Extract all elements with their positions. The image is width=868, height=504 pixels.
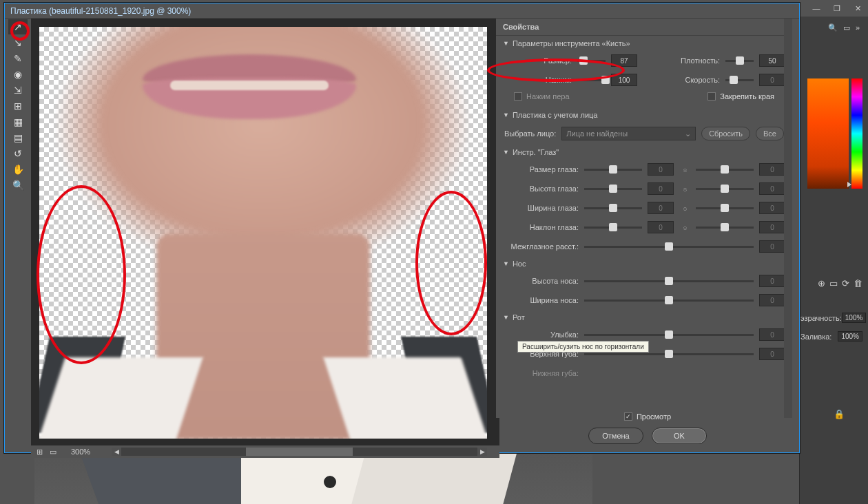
push-left-tool[interactable]: ▦ bbox=[8, 114, 28, 129]
host-right-panel: 🔍 ▭ » ⊕ ▭ ⟳ 🗑 эзрачность: 100% Заливка: … bbox=[799, 17, 868, 504]
eye-height-slider-left[interactable] bbox=[584, 188, 642, 190]
eye-width-value-right[interactable]: 0 bbox=[759, 202, 785, 214]
ok-button[interactable]: OK bbox=[652, 428, 707, 444]
brush-density-label: Плотность: bbox=[651, 56, 720, 65]
eye-size-slider-left[interactable] bbox=[584, 169, 642, 171]
link-icon[interactable]: 𐑈 bbox=[679, 184, 690, 193]
eye-tilt-slider-left[interactable] bbox=[584, 227, 642, 229]
color-picker-gradient[interactable] bbox=[807, 78, 849, 189]
pin-edges-label: Закрепить края bbox=[720, 92, 774, 101]
trash-icon[interactable]: 🗑 bbox=[854, 278, 862, 288]
select-face-value: Лица не найдены bbox=[566, 129, 628, 138]
mouth-section-header[interactable]: ▼ Рот bbox=[496, 310, 792, 325]
brush-density-value[interactable]: 50 bbox=[759, 54, 785, 67]
smile-slider[interactable] bbox=[584, 334, 754, 336]
brush-options-header[interactable]: ▼ Параметры инструмента «Кисть» bbox=[496, 36, 792, 51]
cancel-button[interactable]: Отмена bbox=[588, 428, 643, 444]
triangle-down-icon: ▼ bbox=[503, 149, 509, 156]
reconstruct-tool[interactable]: ↘ bbox=[8, 35, 28, 50]
smooth-tool[interactable]: ✎ bbox=[8, 51, 28, 66]
workspace-icon[interactable]: ▭ bbox=[843, 23, 850, 32]
forward-warp-tool[interactable]: ↗ bbox=[8, 19, 28, 34]
nose-width-slider[interactable] bbox=[584, 300, 754, 302]
eye-size-label: Размер глаза: bbox=[510, 165, 579, 174]
link-icon[interactable]: 𐑈 bbox=[679, 222, 690, 232]
brush-pressure-slider[interactable] bbox=[577, 79, 606, 81]
fit-icon[interactable]: ▭ bbox=[50, 448, 56, 456]
app-maximize-button[interactable]: ❐ bbox=[827, 0, 847, 17]
brush-rate-value: 0 bbox=[759, 74, 785, 86]
pin-edges-checkbox[interactable]: Закрепить края bbox=[699, 90, 783, 103]
liquify-canvas[interactable] bbox=[39, 27, 487, 439]
panel-menu-icon[interactable]: » bbox=[856, 23, 860, 32]
layer-mask-icon[interactable]: ▭ bbox=[829, 278, 838, 288]
thaw-mask-tool[interactable]: ↺ bbox=[8, 146, 28, 161]
liquify-dialog: Пластика (beautiful-2150881_1920.jpg @ 3… bbox=[4, 3, 800, 453]
link-layers-icon[interactable]: ⊕ bbox=[818, 278, 825, 288]
brush-rate-slider[interactable] bbox=[725, 79, 754, 81]
face-aware-header[interactable]: ▼ Пластика с учетом лица bbox=[496, 107, 792, 123]
adjustment-icon[interactable]: ⟳ bbox=[842, 278, 849, 288]
upper-lip-slider[interactable] bbox=[584, 353, 754, 355]
eye-size-slider-right[interactable] bbox=[696, 169, 754, 171]
eye-distance-slider[interactable] bbox=[584, 246, 754, 248]
fill-value[interactable]: 100% bbox=[838, 331, 862, 342]
eyes-section-label: Инстр. "Глаз" bbox=[513, 148, 559, 156]
grid-toggle-icon[interactable]: ⊞ bbox=[37, 448, 43, 456]
select-face-dropdown: Лица не найдены ⌄ bbox=[561, 127, 696, 140]
app-minimize-button[interactable]: — bbox=[806, 0, 827, 17]
brush-rate-label: Скорость: bbox=[651, 76, 720, 84]
eye-height-label: Высота глаза: bbox=[510, 185, 579, 193]
zoom-level[interactable]: 300% bbox=[63, 448, 98, 456]
eye-width-slider-right[interactable] bbox=[696, 207, 754, 209]
nose-section-header[interactable]: ▼ Нос bbox=[496, 256, 792, 271]
brush-pressure-value[interactable]: 100 bbox=[611, 74, 637, 86]
canvas-horizontal-scrollbar[interactable] bbox=[121, 448, 477, 456]
preview-label: Просмотр bbox=[637, 412, 671, 421]
mouth-section-label: Рот bbox=[513, 313, 525, 322]
reset-face-button[interactable]: Сбросить bbox=[701, 127, 750, 140]
eyes-section-header[interactable]: ▼ Инстр. "Глаз" bbox=[496, 145, 792, 160]
eye-tilt-value-right[interactable]: 0 bbox=[759, 221, 785, 233]
checkmark-icon: ✓ bbox=[624, 412, 632, 421]
eye-width-slider-left[interactable] bbox=[584, 207, 642, 209]
eye-height-value-right[interactable]: 0 bbox=[759, 182, 785, 195]
all-faces-button[interactable]: Все bbox=[756, 127, 784, 140]
eye-height-slider-right[interactable] bbox=[696, 188, 754, 190]
opacity-value[interactable]: 100% bbox=[842, 313, 867, 323]
eye-height-value-left[interactable]: 0 bbox=[648, 182, 674, 195]
eye-size-value-right[interactable]: 0 bbox=[759, 163, 785, 176]
eye-width-value-left[interactable]: 0 bbox=[648, 202, 674, 214]
twirl-tool[interactable]: ◉ bbox=[8, 67, 28, 82]
search-icon[interactable]: 🔍 bbox=[828, 23, 838, 32]
nose-height-value[interactable]: 0 bbox=[759, 275, 785, 287]
eye-distance-value[interactable]: 0 bbox=[759, 240, 785, 253]
app-close-button[interactable]: ✕ bbox=[847, 0, 868, 17]
freeze-mask-tool[interactable]: ▤ bbox=[8, 130, 28, 145]
eye-tilt-value-left[interactable]: 0 bbox=[648, 221, 674, 233]
brush-size-value[interactable]: 87 bbox=[611, 54, 637, 67]
lock-icon: 🔒 bbox=[834, 409, 845, 419]
hand-tool[interactable]: ✋ bbox=[8, 162, 28, 177]
properties-panel: Свойства ▼ Параметры инструмента «Кисть»… bbox=[496, 19, 792, 418]
bloat-tool[interactable]: ⊞ bbox=[8, 98, 28, 114]
smile-value[interactable]: 0 bbox=[759, 328, 785, 341]
nose-width-value[interactable]: 0 bbox=[759, 294, 785, 306]
link-icon[interactable]: 𐑈 bbox=[679, 165, 690, 174]
canvas-status-bar: ⊞ ▭ 300% bbox=[31, 445, 499, 458]
properties-scrollbar[interactable] bbox=[784, 19, 792, 418]
nose-height-slider[interactable] bbox=[584, 280, 754, 282]
eye-distance-label: Межглазное расст.: bbox=[510, 242, 579, 251]
zoom-tool[interactable]: 🔍 bbox=[8, 178, 28, 193]
upper-lip-value[interactable]: 0 bbox=[759, 348, 785, 360]
eye-tilt-slider-right[interactable] bbox=[696, 227, 754, 229]
properties-title: Свойства bbox=[496, 19, 792, 36]
hue-strip[interactable] bbox=[851, 78, 862, 189]
brush-density-slider[interactable] bbox=[725, 60, 754, 62]
link-icon[interactable]: 𐑈 bbox=[679, 203, 690, 213]
opacity-label: эзрачность: bbox=[800, 314, 842, 322]
preview-checkbox[interactable]: ✓ Просмотр bbox=[624, 412, 671, 421]
brush-size-slider[interactable] bbox=[577, 60, 606, 62]
eye-size-value-left[interactable]: 0 bbox=[648, 163, 674, 176]
pucker-tool[interactable]: ⇲ bbox=[8, 83, 28, 98]
